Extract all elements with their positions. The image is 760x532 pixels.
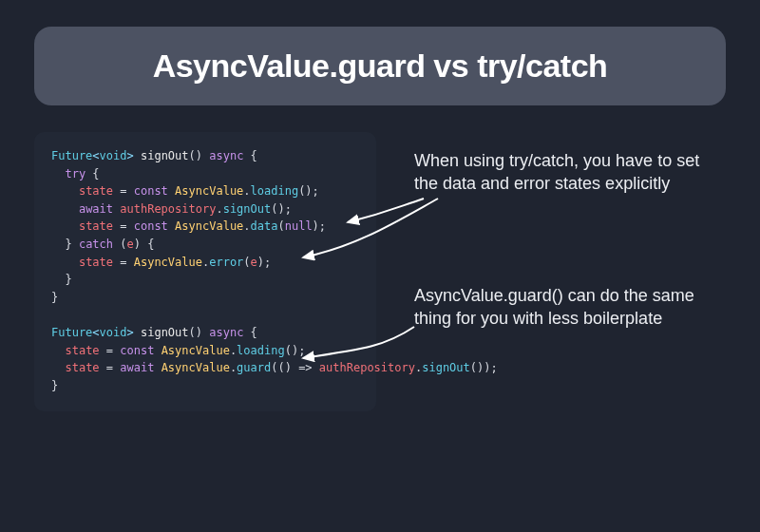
- code-line-8: }: [51, 273, 72, 286]
- code-line-13: }: [51, 379, 58, 392]
- code-line-10: Future<void> signOut() async {: [51, 326, 257, 339]
- slide-title: AsyncValue.guard vs try/catch: [44, 48, 716, 85]
- code-line-3: state = const AsyncValue.loading();: [51, 184, 319, 198]
- code-line-1: Future<void> signOut() async {: [51, 149, 257, 162]
- code-line-5: state = const AsyncValue.data(null);: [51, 219, 326, 233]
- annotation-guard: AsyncValue.guard() can do the same thing…: [414, 284, 728, 331]
- code-line-6: } catch (e) {: [51, 238, 154, 251]
- code-line-9: }: [51, 291, 58, 304]
- code-line-11: state = const AsyncValue.loading();: [51, 344, 305, 357]
- annotation-trycatch: When using try/catch, you have to set th…: [414, 149, 728, 196]
- code-line-12: state = await AsyncValue.guard(() => aut…: [51, 361, 498, 374]
- code-line-4: await authRepository.signOut();: [51, 202, 292, 216]
- content-area: Future<void> signOut() async { try { sta…: [34, 132, 726, 512]
- code-line-2: try {: [51, 167, 100, 180]
- code-block: Future<void> signOut() async { try { sta…: [34, 132, 376, 411]
- code-line-7: state = AsyncValue.error(e);: [51, 256, 271, 269]
- title-bar: AsyncValue.guard vs try/catch: [34, 27, 726, 105]
